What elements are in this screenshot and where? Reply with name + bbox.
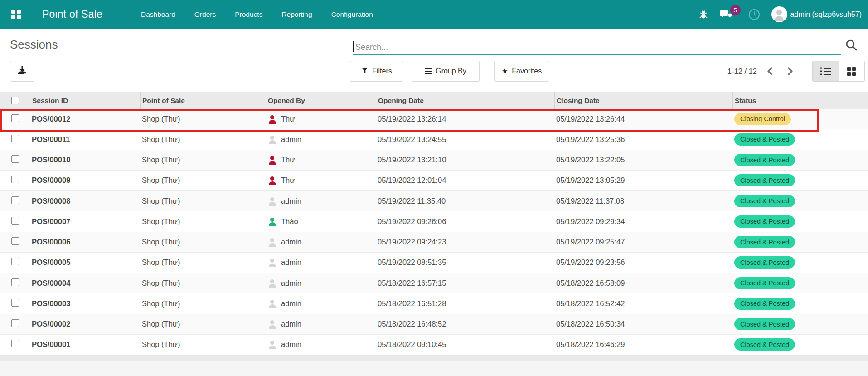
export-button[interactable]	[10, 61, 34, 82]
table-row[interactable]: POS/00012 Shop (Thư) Thư 05/19/2022 13:2…	[0, 109, 868, 129]
table-footer-strip	[0, 355, 868, 361]
row-checkbox-cell	[0, 237, 30, 247]
row-checkbox[interactable]	[11, 340, 19, 347]
opening-date-cell: 05/18/2022 16:57:15	[376, 279, 554, 288]
kanban-view-button[interactable]	[839, 61, 864, 81]
opening-date-value: 05/19/2022 12:01:04	[378, 176, 446, 184]
status-cell: Closed & Posted	[732, 318, 864, 330]
row-checkbox[interactable]	[11, 237, 19, 245]
row-checkbox-cell	[0, 114, 30, 124]
group-by-button[interactable]: Group By	[412, 61, 480, 82]
menu-configuration[interactable]: Configuration	[331, 10, 373, 19]
row-checkbox[interactable]	[11, 278, 19, 286]
table-row[interactable]: POS/00004 Shop (Thư) admin 05/18/2022 16…	[0, 273, 868, 293]
row-checkbox[interactable]	[11, 319, 19, 327]
opened-by-value: admin	[281, 135, 301, 144]
table-row[interactable]: POS/00007 Shop (Thư) Thảo 05/19/2022 09:…	[0, 211, 868, 232]
messages-icon[interactable]: 5	[720, 9, 732, 20]
opened-by-value: Thư	[281, 115, 295, 123]
row-checkbox-cell	[0, 176, 30, 185]
apps-menu-icon[interactable]	[11, 10, 21, 19]
closing-date-value: 05/18/2022 16:46:29	[556, 340, 625, 348]
table-row[interactable]: POS/00009 Shop (Thư) Thư 05/19/2022 12:0…	[0, 171, 868, 191]
search-icon[interactable]	[845, 39, 858, 51]
point-of-sale-cell: Shop (Thư)	[140, 258, 266, 267]
opened-by-value: admin	[281, 279, 301, 288]
menu-products[interactable]: Products	[235, 10, 262, 19]
session-id-cell: POS/00004	[30, 279, 140, 288]
table-row[interactable]: POS/00011 Shop (Thư) admin 05/19/2022 13…	[0, 129, 868, 150]
table-row[interactable]: POS/00008 Shop (Thư) admin 05/19/2022 11…	[0, 191, 868, 211]
row-checkbox-cell	[0, 155, 30, 165]
session-id-cell: POS/00010	[30, 156, 140, 164]
activities-clock-icon[interactable]	[748, 9, 760, 20]
status-badge: Closed & Posted	[734, 236, 795, 248]
session-id-value: POS/00001	[32, 340, 70, 348]
table-row[interactable]: POS/00003 Shop (Thư) admin 05/18/2022 16…	[0, 293, 868, 314]
row-checkbox[interactable]	[11, 196, 19, 204]
table-row[interactable]: POS/00001 Shop (Thư) admin 05/18/2022 09…	[0, 335, 868, 355]
header-opened-by[interactable]: Opened By	[266, 92, 376, 109]
row-checkbox[interactable]	[11, 114, 19, 122]
session-id-cell: POS/00008	[30, 197, 140, 205]
table-row[interactable]: POS/00002 Shop (Thư) admin 05/18/2022 16…	[0, 314, 868, 335]
menu-reporting[interactable]: Reporting	[281, 10, 312, 19]
pager-next-icon[interactable]	[784, 61, 797, 82]
opening-date-value: 05/19/2022 11:35:40	[378, 197, 446, 205]
point-of-sale-value: Shop (Thư)	[142, 176, 180, 184]
row-checkbox-cell	[0, 299, 30, 308]
session-id-cell: POS/00002	[30, 320, 140, 328]
point-of-sale-cell: Shop (Thư)	[140, 238, 266, 246]
opened-by-value: admin	[281, 320, 301, 328]
user-avatar	[267, 114, 277, 124]
filters-button[interactable]: Filters	[350, 61, 403, 82]
session-id-cell: POS/00005	[30, 258, 140, 267]
opening-date-cell: 05/18/2022 16:48:52	[376, 320, 554, 328]
header-point-of-sale[interactable]: Point of Sale	[140, 92, 266, 109]
debug-bug-icon[interactable]	[698, 9, 708, 20]
app-title[interactable]: Point of Sale	[42, 8, 102, 20]
opened-by-value: Thảo	[281, 217, 298, 226]
menu-orders[interactable]: Orders	[194, 10, 216, 19]
header-opening-date[interactable]: Opening Date	[376, 92, 554, 109]
sessions-table: Session ID Point of Sale Opened By Openi…	[0, 92, 868, 355]
header-closing-date[interactable]: Closing Date	[554, 92, 732, 109]
closing-date-cell: 05/18/2022 16:58:09	[554, 279, 732, 288]
status-badge: Closed & Posted	[734, 277, 795, 289]
row-checkbox[interactable]	[11, 135, 19, 142]
closing-date-cell: 05/19/2022 09:25:47	[554, 238, 732, 246]
table-row[interactable]: POS/00006 Shop (Thư) admin 05/19/2022 09…	[0, 232, 868, 253]
select-all-checkbox[interactable]	[11, 97, 19, 104]
view-switcher	[812, 61, 865, 82]
point-of-sale-value: Shop (Thư)	[142, 238, 180, 246]
favorites-button[interactable]: ★ Favorites	[494, 61, 549, 82]
list-view-button[interactable]	[813, 61, 839, 81]
search-input[interactable]: Search...	[355, 43, 388, 52]
opening-date-value: 05/19/2022 08:51:35	[378, 258, 446, 266]
favorites-label: Favorites	[512, 67, 542, 75]
opening-date-value: 05/18/2022 09:10:45	[378, 340, 446, 348]
row-checkbox[interactable]	[11, 176, 19, 183]
user-menu[interactable]: admin (sqfzp6vsuh57)	[771, 6, 862, 22]
row-checkbox[interactable]	[11, 217, 19, 225]
row-checkbox[interactable]	[11, 155, 19, 163]
table-row[interactable]: POS/00005 Shop (Thư) admin 05/19/2022 08…	[0, 253, 868, 273]
status-cell: Closing Control	[732, 113, 864, 125]
pager-previous-icon[interactable]	[763, 61, 776, 82]
opened-by-cell: Thư	[266, 114, 376, 124]
point-of-sale-cell: Shop (Thư)	[140, 217, 266, 226]
opening-date-cell: 05/19/2022 13:26:14	[376, 115, 554, 123]
status-badge: Closed & Posted	[734, 298, 795, 310]
menu-dashboard[interactable]: Dashboard	[141, 10, 175, 19]
table-row[interactable]: POS/00010 Shop (Thư) Thư 05/19/2022 13:2…	[0, 150, 868, 171]
table-body: POS/00012 Shop (Thư) Thư 05/19/2022 13:2…	[0, 109, 868, 355]
header-session-id[interactable]: Session ID	[30, 92, 140, 109]
opened-by-cell: Thảo	[266, 217, 376, 226]
header-status[interactable]: Status	[732, 92, 864, 109]
row-checkbox[interactable]	[11, 258, 19, 265]
kanban-view-icon	[847, 67, 856, 76]
point-of-sale-value: Shop (Thư)	[142, 340, 180, 348]
row-checkbox[interactable]	[11, 299, 19, 307]
row-checkbox-cell	[0, 278, 30, 288]
opened-by-cell: admin	[266, 258, 376, 267]
